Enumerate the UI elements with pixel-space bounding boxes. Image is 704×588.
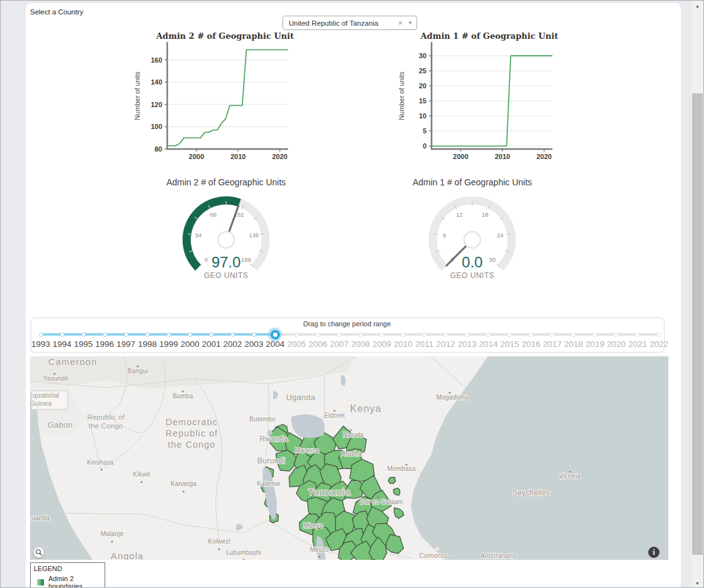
- year-label: 2002: [222, 339, 243, 349]
- slider-hint: Drag to change period range: [303, 320, 391, 328]
- gauge-tick-label: 68: [210, 211, 217, 218]
- slider-dot[interactable]: [401, 333, 405, 337]
- gauge-tick-label: 30: [489, 256, 496, 263]
- y-tick-label: 15: [419, 97, 427, 105]
- map-label: the Congo: [89, 422, 123, 430]
- slider-dot[interactable]: [443, 333, 448, 337]
- year-label: 2008: [350, 339, 371, 349]
- year-label: 1994: [51, 339, 73, 349]
- scrollbar[interactable]: ▲ ▼: [690, 1, 703, 588]
- chevron-down-icon[interactable]: ▼: [408, 21, 413, 26]
- clear-selection-icon[interactable]: ×: [398, 19, 403, 27]
- scrollbar-thumb[interactable]: [692, 93, 703, 555]
- map-label: Kenya: [350, 403, 381, 414]
- map-label: Bumba: [173, 393, 194, 400]
- slider-dot[interactable]: [124, 333, 128, 337]
- legend-title: LEGEND: [34, 565, 101, 572]
- y-tick-label: 10: [419, 112, 427, 120]
- slider-handle[interactable]: [271, 330, 280, 339]
- map-label: Guinea: [30, 400, 52, 407]
- map-label: Eldoret: [324, 412, 344, 419]
- map-label: Antsiranana: [480, 552, 517, 559]
- slider-dot[interactable]: [39, 333, 43, 337]
- slider-dot[interactable]: [60, 333, 65, 337]
- year-label: 2009: [371, 339, 393, 349]
- slider-dot[interactable]: [486, 333, 490, 337]
- map-label: Seychelles: [512, 488, 550, 497]
- slider-dot[interactable]: [252, 333, 256, 337]
- slider-dot[interactable]: [81, 333, 86, 337]
- x-tick-label: 2020: [272, 153, 287, 160]
- map-label: Mwanza: [295, 447, 319, 454]
- map[interactable]: CameroonEquatorialGuineaGabonRepublic of…: [30, 356, 668, 560]
- map-zoom-control[interactable]: [33, 547, 44, 558]
- y-axis-label: Number of units: [133, 71, 141, 120]
- slider-dot[interactable]: [145, 333, 150, 337]
- slider-dot[interactable]: [167, 333, 171, 337]
- year-label: 2019: [584, 339, 606, 349]
- year-label: 2014: [478, 339, 499, 349]
- map-label: Butembo: [249, 416, 276, 423]
- slider-dot[interactable]: [422, 333, 427, 337]
- data-line: [167, 50, 288, 146]
- map-label: Republic of: [165, 428, 218, 438]
- year-label: 1999: [158, 339, 179, 349]
- admin1-line-chart: Admin 1 # of Geographic Units05101520253…: [395, 31, 558, 162]
- map-info-button[interactable]: i: [648, 547, 660, 558]
- map-label: Victoria: [559, 473, 581, 480]
- gauge-title: Admin 2 # of Geographic Units: [167, 177, 286, 187]
- slider-dot[interactable]: [657, 333, 661, 337]
- slider-dot[interactable]: [529, 333, 533, 337]
- year-label: 1995: [73, 339, 94, 349]
- map-label: Bangui: [128, 368, 148, 374]
- map-label: Lubumbashi: [226, 549, 261, 556]
- scrollbar-up-arrow[interactable]: ▲: [691, 1, 704, 11]
- x-tick-label: 2020: [536, 153, 551, 160]
- slider-dot[interactable]: [316, 333, 320, 337]
- year-label: 2000: [179, 339, 200, 349]
- scrollbar-down-arrow[interactable]: ▼: [691, 578, 704, 588]
- gauge-tick-label: 0: [205, 256, 208, 263]
- year-label: 2022: [648, 339, 670, 349]
- y-tick-label: 140: [151, 78, 162, 86]
- year-label: 2020: [606, 339, 627, 349]
- slider-dot[interactable]: [188, 333, 192, 337]
- slider-dot[interactable]: [507, 333, 512, 337]
- y-tick-label: 100: [151, 123, 162, 130]
- map-label: Malanje: [101, 530, 124, 537]
- map-label: Kolwezi: [208, 538, 230, 545]
- country-dropdown[interactable]: United Republic of Tanzania × ▼: [282, 16, 417, 30]
- slider-dot[interactable]: [635, 333, 639, 337]
- slider-dot[interactable]: [358, 333, 363, 337]
- slider-dot[interactable]: [593, 333, 597, 337]
- legend-item: Admin 2 boundaries: [34, 575, 101, 588]
- slider-dot[interactable]: [337, 333, 341, 337]
- year-label: 2004: [264, 339, 286, 349]
- gauge-tick-label: 169: [241, 256, 251, 263]
- year-label: 1996: [94, 339, 115, 349]
- year-label: 2018: [563, 339, 584, 349]
- map-label: Rwanda: [259, 435, 287, 443]
- map-label: Kinshasa: [87, 459, 114, 466]
- year-label: 2021: [627, 339, 648, 349]
- slider-dot[interactable]: [571, 333, 576, 337]
- map-label: Kalemie: [257, 480, 281, 487]
- slider-dot[interactable]: [230, 333, 235, 337]
- slider-dot[interactable]: [550, 333, 554, 337]
- x-tick-label: 2010: [230, 153, 246, 160]
- map-label: Dar es Salaam: [360, 498, 403, 505]
- slider-dot[interactable]: [294, 333, 299, 337]
- admin2-line-chart: Admin 2 # of Geographic Units80100120140…: [131, 31, 294, 162]
- slider-dot[interactable]: [465, 333, 469, 337]
- slider-dot[interactable]: [209, 333, 214, 337]
- legend-item-label: Admin 2 boundaries: [48, 575, 101, 588]
- slider-dot[interactable]: [103, 333, 107, 337]
- slider-track-active[interactable]: [41, 333, 275, 336]
- slider-dot[interactable]: [614, 333, 618, 337]
- select-country-label: Select a Country: [30, 8, 83, 16]
- map-label: the Congo: [168, 440, 215, 450]
- map-label: Burundi: [257, 456, 286, 465]
- map-label: Mbeya: [303, 522, 323, 529]
- year-label: 1993: [30, 339, 51, 349]
- slider-dot[interactable]: [380, 333, 384, 337]
